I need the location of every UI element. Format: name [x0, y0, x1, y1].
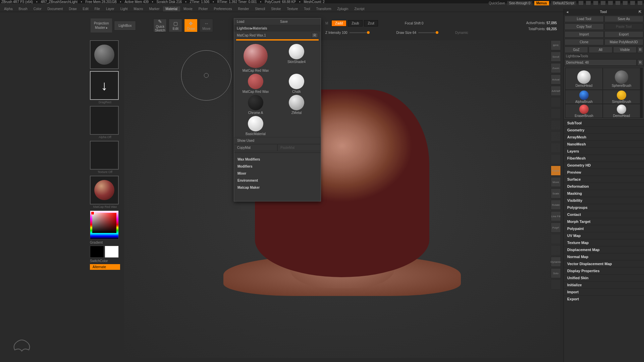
menu-stroke[interactable]: Stroke: [268, 6, 283, 11]
menu-zscript[interactable]: Zscript: [352, 6, 367, 11]
tool-section-uv-map[interactable]: UV Map: [564, 232, 644, 239]
material-redsmall[interactable]: MatCap Red Wax: [235, 73, 276, 94]
sidetool-blank-21[interactable]: [551, 280, 561, 290]
tool-section-initialize[interactable]: Initialize: [564, 281, 644, 288]
menu-alpha[interactable]: Alpha: [1, 6, 15, 11]
zsub-button[interactable]: Zsub: [348, 20, 363, 26]
tool-thumb-demohead[interactable]: DemoHead: [603, 104, 640, 118]
focal-shift-label[interactable]: Focal Shift 0: [405, 21, 424, 25]
minimize-icon[interactable]: [623, 1, 628, 5]
zcut-button[interactable]: Zcut: [364, 20, 378, 26]
viewport[interactable]: [124, 40, 560, 358]
tool-section-morph-target[interactable]: Morph Target: [564, 218, 644, 225]
sidetool-dynamic[interactable]: Dynamic: [551, 257, 561, 267]
copymat-button[interactable]: CopyMat: [234, 144, 277, 151]
tool-section-nanomesh[interactable]: NanoMesh: [564, 140, 644, 147]
material-section-matcap-maker[interactable]: Matcap Maker: [234, 184, 321, 191]
tool-section-unified-skin[interactable]: Unified Skin: [564, 274, 644, 281]
sidetool-blank-6[interactable]: [551, 109, 561, 119]
material-basic[interactable]: BasicMaterial: [235, 115, 276, 136]
tool-section-texture-map[interactable]: Texture Map: [564, 239, 644, 246]
stroke-slot[interactable]: ↓: [90, 71, 119, 100]
tool-section-subtool[interactable]: SubTool: [564, 119, 644, 126]
lightbox-button[interactable]: LightBox: [114, 21, 136, 31]
copy-tool-button[interactable]: Copy Tool: [565, 23, 604, 30]
tool-thumb-demohead[interactable]: DemoHead: [566, 68, 602, 89]
sidetool-bpr[interactable]: BPR: [551, 40, 561, 50]
sidetool-blank-5[interactable]: [551, 97, 561, 107]
menu-light[interactable]: Light: [118, 6, 130, 11]
menu-movie[interactable]: Movie: [181, 6, 195, 11]
tool-thumb-spherebrush[interactable]: SphereBrush: [603, 68, 640, 89]
sidetool-rotate[interactable]: Rotate: [551, 200, 561, 210]
tool-section-normal-map[interactable]: Normal Map: [564, 253, 644, 260]
material-skin[interactable]: SkinShade4: [276, 43, 317, 72]
sidetool-solo[interactable]: Solo: [551, 268, 561, 278]
menu-macro[interactable]: Macro: [131, 6, 146, 11]
default-zscript[interactable]: DefaultZScript: [551, 1, 576, 5]
sidetool-line fill[interactable]: Line Fill: [551, 211, 561, 221]
menu-document[interactable]: Document: [45, 6, 66, 11]
gradient-toggle[interactable]: Gradient: [90, 241, 120, 244]
layout5-icon[interactable]: [608, 1, 613, 5]
tool-section-preview[interactable]: Preview: [564, 169, 644, 176]
material-r-button[interactable]: R: [312, 33, 318, 38]
color-picker[interactable]: [90, 210, 119, 239]
goz-r-button[interactable]: R: [637, 47, 643, 53]
sidetool-scroll[interactable]: Scroll: [551, 52, 561, 62]
edit-button[interactable]: ▢Edit: [169, 19, 182, 32]
sidetool-blank-9[interactable]: [551, 143, 561, 153]
tool-section-export[interactable]: Export: [564, 295, 644, 302]
tool-section-polygroups[interactable]: Polygroups: [564, 204, 644, 211]
tool-section-layers[interactable]: Layers: [564, 147, 644, 155]
texture-slot[interactable]: [90, 141, 119, 170]
material-section-environment[interactable]: Environment: [234, 177, 321, 184]
draw-button[interactable]: ✥Draw: [184, 19, 198, 32]
menu-zplugin[interactable]: Zplugin: [335, 6, 351, 11]
sidetool-blank-8[interactable]: [551, 131, 561, 141]
tool-section-geometry[interactable]: Geometry: [564, 126, 644, 133]
layout1-icon[interactable]: [578, 1, 584, 5]
move-button[interactable]: ↔Move: [200, 19, 213, 32]
sidetool-actual[interactable]: Actual: [551, 74, 561, 84]
menu-layer[interactable]: Layer: [103, 6, 117, 11]
tool-section-vector-displacement-map[interactable]: Vector Displacement Map: [564, 260, 644, 267]
menu-stencil[interactable]: Stencil: [252, 6, 268, 11]
tool-section-display-properties[interactable]: Display Properties: [564, 267, 644, 274]
sidetool-blank-7[interactable]: [551, 120, 561, 130]
brush-slot[interactable]: [90, 40, 119, 69]
menu-render[interactable]: Render: [235, 6, 252, 11]
tool-section-geometry-hd[interactable]: Geometry HD: [564, 162, 644, 169]
sidetool-frame[interactable]: Frame: [551, 166, 561, 176]
goz-visible-button[interactable]: Visible: [613, 47, 637, 53]
sidetool-blank-17[interactable]: [551, 234, 561, 244]
alpha-slot[interactable]: [90, 106, 119, 135]
material-redwax[interactable]: MatCap Red Wax: [235, 43, 276, 72]
swatch-black[interactable]: [90, 246, 104, 258]
material-zmetal[interactable]: ZMetal: [276, 94, 317, 115]
sidetool-blank-18[interactable]: [551, 245, 561, 255]
clone-button[interactable]: Clone: [565, 39, 604, 45]
sidetool-move[interactable]: Move: [551, 177, 561, 187]
sidetool-blank-10[interactable]: [551, 154, 561, 164]
menu-edit[interactable]: Edit: [80, 6, 91, 11]
tool-section-visibility[interactable]: Visibility: [564, 197, 644, 204]
tool-panel-collapse-icon[interactable]: ⇱: [639, 10, 641, 14]
menu-marker[interactable]: Marker: [146, 6, 162, 11]
dynamic-toggle[interactable]: Dynamic: [455, 31, 468, 35]
projection-master-button[interactable]: ProjectionMaster ▸: [91, 18, 112, 33]
menus-toggle[interactable]: Menus: [534, 1, 549, 5]
pastemat-button[interactable]: PasteMat: [277, 144, 321, 151]
tool-section-displacement-map[interactable]: Displacement Map: [564, 246, 644, 253]
show-used-button[interactable]: Show Used: [234, 137, 321, 144]
tool-section-arraymesh[interactable]: ArrayMesh: [564, 133, 644, 140]
menu-preferences[interactable]: Preferences: [211, 6, 235, 11]
zadd-button[interactable]: Zadd: [331, 20, 346, 26]
material-section-modifiers[interactable]: Modifiers: [234, 163, 321, 170]
export-button[interactable]: Export: [604, 31, 644, 38]
goz-all-button[interactable]: All: [589, 47, 612, 53]
menu-tool[interactable]: Tool: [301, 6, 313, 11]
seethrough-slider[interactable]: See-through 0: [507, 1, 532, 5]
current-tool-name[interactable]: DemoHead. 48: [565, 59, 637, 66]
material-section-mixer[interactable]: Mixer: [234, 170, 321, 177]
